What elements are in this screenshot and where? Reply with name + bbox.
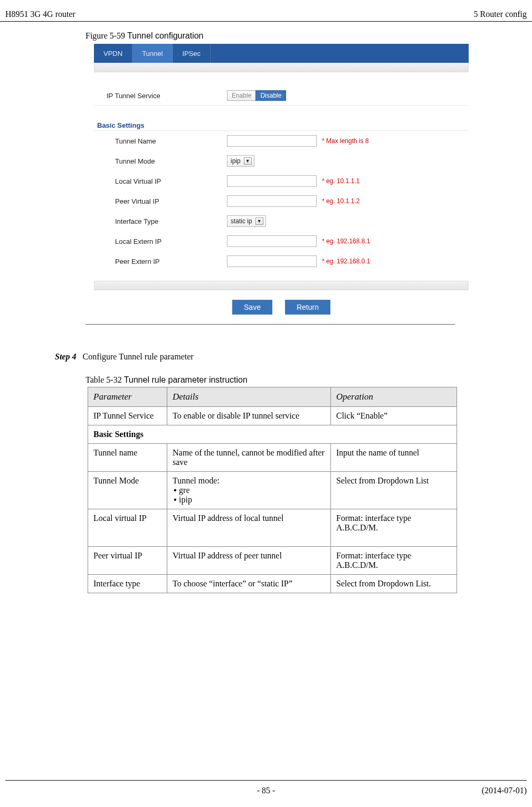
interface-type-label: Interface Type [115, 217, 227, 225]
step-text: Configure Tunnel rule parameter [82, 352, 193, 362]
footer-date: (2014-07-01) [482, 786, 527, 795]
figure-title: Tunnel configuration [127, 31, 203, 40]
tunnel-name-hint: * Max length is 8 [322, 137, 369, 145]
page-number: - 85 - [257, 786, 276, 795]
cell-parameter: Tunnel Mode [88, 472, 167, 509]
th-operation: Operation [331, 387, 457, 407]
table-label: Table 5-32 [86, 375, 124, 384]
header-right: 5 Router config [474, 10, 527, 19]
cell-parameter: Tunnel name [88, 444, 167, 472]
local-extern-ip-hint: * eg. 192.168.8.1 [322, 238, 370, 245]
cell-details: To enable or disable IP tunnel service [167, 407, 331, 425]
header-left: H8951 3G 4G router [5, 10, 75, 19]
local-extern-ip-input[interactable] [227, 235, 317, 247]
table-section-row: Basic Settings [88, 425, 457, 444]
local-extern-ip-label: Local Extern IP [115, 238, 227, 245]
tunnel-name-input[interactable] [227, 135, 317, 147]
cell-details: Name of the tunnel, cannot be modified a… [167, 444, 331, 472]
interface-type-value: static ip [231, 217, 252, 225]
table-row: Local virtual IP Virtual IP address of l… [88, 509, 457, 547]
tab-ipsec[interactable]: IPSec [173, 44, 211, 63]
chevron-down-icon: ▼ [255, 217, 263, 225]
cell-operation: Input the name of tunnel [331, 444, 457, 472]
cell-details: Virtual IP address of local tunnel [167, 509, 331, 547]
cell-section: Basic Settings [88, 425, 457, 444]
cell-parameter: Local virtual IP [88, 509, 167, 547]
th-parameter: Parameter [88, 387, 167, 407]
cell-operation: Select from Dropdown List. [331, 575, 457, 593]
table-row: Interface type To choose “interface” or … [88, 575, 457, 593]
tunnel-mode-head: Tunnel mode: [173, 476, 325, 486]
peer-extern-ip-label: Peer Extern IP [115, 258, 227, 265]
cell-parameter: Peer virtual IP [88, 547, 167, 575]
table-row: Tunnel name Name of the tunnel, cannot b… [88, 444, 457, 472]
tab-tunnel[interactable]: Tunnel [132, 44, 173, 63]
param-table: Parameter Details Operation IP Tunnel Se… [88, 387, 457, 593]
chevron-down-icon: ▼ [244, 157, 252, 165]
peer-virtual-ip-input[interactable] [227, 195, 317, 207]
table-row: Peer virtual IP Virtual IP address of pe… [88, 547, 457, 575]
cell-details: Virtual IP address of peer tunnel [167, 547, 331, 575]
cell-details: Tunnel mode: gre ipip [167, 472, 331, 509]
cell-details: To choose “interface” or “static IP” [167, 575, 331, 593]
local-virtual-ip-input[interactable] [227, 175, 317, 187]
table-row: Tunnel Mode Tunnel mode: gre ipip Select… [88, 472, 457, 509]
table-row: IP Tunnel Service To enable or disable I… [88, 407, 457, 425]
tunnel-name-label: Tunnel Name [115, 137, 227, 145]
gradient-bar-bottom [94, 281, 469, 290]
cell-operation: Format: interface type A.B.C.D/M. [331, 509, 457, 547]
interface-type-select[interactable]: static ip ▼ [227, 215, 266, 227]
list-item: gre [174, 486, 325, 495]
cell-operation: Format: interface type A.B.C.D/M. [331, 547, 457, 575]
tab-bar: VPDN Tunnel IPSec [94, 44, 469, 63]
return-button[interactable]: Return [285, 300, 330, 315]
cell-parameter: Interface type [88, 575, 167, 593]
save-button[interactable]: Save [232, 300, 272, 315]
basic-settings-header: Basic Settings [94, 120, 469, 131]
tab-vpdn[interactable]: VPDN [94, 44, 132, 63]
gradient-bar-top [94, 63, 469, 72]
peer-extern-ip-hint: * eg. 192.168.0.1 [322, 258, 370, 265]
disable-button[interactable]: Disable [255, 90, 286, 101]
tunnel-mode-label: Tunnel Mode [115, 157, 227, 165]
local-virtual-ip-label: Local Virtual IP [115, 177, 227, 185]
table-title: Tunnel rule parameter instruction [124, 375, 248, 384]
th-details: Details [167, 387, 331, 407]
peer-virtual-ip-label: Peer Virtual IP [115, 197, 227, 205]
figure-label: Figure 5-59 [86, 31, 127, 40]
screenshot-area: VPDN Tunnel IPSec IP Tunnel Service Enab… [94, 44, 469, 317]
tunnel-mode-value: ipip [231, 157, 241, 165]
list-item: ipip [174, 495, 325, 505]
enable-button[interactable]: Enable [227, 90, 256, 101]
local-virtual-ip-hint: * eg. 10.1.1.1 [322, 177, 359, 185]
cell-operation: Select from Dropdown List [331, 472, 457, 509]
figure-end-rule [86, 324, 455, 325]
peer-virtual-ip-hint: * eg. 10.1.1.2 [322, 197, 359, 205]
peer-extern-ip-input[interactable] [227, 255, 317, 267]
cell-parameter: IP Tunnel Service [88, 407, 167, 425]
step-label: Step 4 [55, 352, 76, 362]
tunnel-mode-select[interactable]: ipip ▼ [227, 155, 254, 167]
ip-tunnel-service-label: IP Tunnel Service [107, 92, 227, 100]
cell-operation: Click “Enable” [331, 407, 457, 425]
